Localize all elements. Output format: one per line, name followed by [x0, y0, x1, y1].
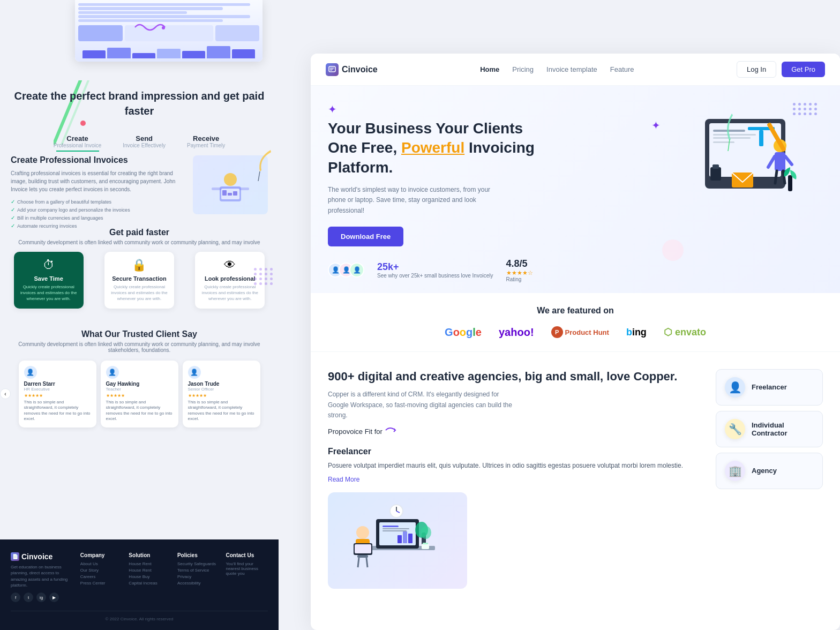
- social-fb[interactable]: f: [11, 592, 20, 602]
- svg-line-50: [358, 558, 359, 567]
- testimonial-2: 👤 Jason Trude Senior Officer ★★★★★ This …: [183, 361, 260, 428]
- left-testimonials: What Our Trusted Client Say Community de…: [0, 324, 279, 433]
- left-panel: Create the perfect brand impression and …: [0, 0, 279, 630]
- footer-security[interactable]: Security Safeguards: [177, 561, 220, 566]
- nav-link-home[interactable]: Home: [480, 65, 499, 73]
- testimonial-prev[interactable]: ‹: [0, 388, 11, 399]
- role-1: Teacher: [106, 387, 173, 392]
- save-time-icon: ⏱: [20, 258, 77, 272]
- svg-rect-44: [408, 534, 412, 543]
- feature-card-save-time: ⏱ Save Time Quickly create professional …: [14, 252, 84, 309]
- footer-privacy[interactable]: Privacy: [177, 574, 220, 579]
- footer-policies-title: Policies: [177, 552, 220, 558]
- social-yt[interactable]: ▶: [49, 592, 59, 602]
- svg-point-45: [356, 526, 369, 539]
- fit-card-contractor[interactable]: 🔧 Individual Contractor: [716, 411, 823, 447]
- footer-housebuy[interactable]: House Buy: [129, 574, 171, 579]
- right-nav: Cinvoice Home Pricing Invoice template F…: [311, 54, 840, 86]
- paid-title: Get paid faster: [11, 228, 268, 237]
- bing-logo: bing: [626, 327, 647, 338]
- svg-rect-49: [357, 555, 368, 558]
- featured-title: We are featured on: [328, 306, 823, 316]
- stat-rating-block: 4.8/5 ★★★★☆ Rating: [506, 258, 533, 282]
- check-item-1: ✓ Choose from a gallery of beautiful tem…: [11, 199, 182, 205]
- ph-icon: P: [551, 326, 563, 338]
- text-2: This is so simple and straightforward, i…: [188, 400, 255, 422]
- fit-card-freelancer[interactable]: 👤 Freelancer: [716, 369, 823, 406]
- freelancer-illustration: [328, 492, 467, 589]
- svg-rect-20: [713, 137, 751, 139]
- producthunt-logo: P Product Hunt: [551, 326, 609, 338]
- hero-title: Your Business Your Clients One Free, Pow…: [328, 119, 651, 177]
- svg-point-54: [421, 526, 431, 539]
- secure-body: Quickly create professional invoices and…: [111, 284, 168, 302]
- getpro-button[interactable]: Get Pro: [782, 62, 825, 77]
- footer-careers[interactable]: Careers: [80, 574, 123, 579]
- stars-0: ★★★★★: [24, 393, 91, 398]
- svg-line-27: [785, 156, 792, 164]
- hero-title-line1: Your Business Your Clients: [328, 120, 523, 137]
- hero-title-line2-end: Invoicing: [469, 139, 535, 156]
- stat-avatars: 👤 👤 👤: [328, 262, 364, 278]
- preview-bar-2: [78, 7, 223, 10]
- footer-policies: Policies Security Safeguards Terms of Se…: [177, 552, 220, 602]
- look-icon: 👁: [201, 258, 258, 272]
- footer-logo: 📄 Cinvoice: [11, 552, 74, 561]
- hero-badge: ✦: [328, 103, 651, 116]
- footer-copyright: © 2022 Cinvoice. All rights reserved: [11, 611, 268, 621]
- svg-rect-43: [403, 531, 407, 543]
- name-2: Jason Trude: [188, 381, 255, 387]
- svg-rect-33: [712, 164, 719, 169]
- svg-rect-32: [710, 167, 721, 181]
- feature-card-secure: 🔒 Secure Transaction Quickly create prof…: [104, 252, 174, 309]
- footer-houserent[interactable]: House Rent: [129, 561, 171, 566]
- footer-solution-title: Solution: [129, 552, 171, 558]
- download-button[interactable]: Download Free: [328, 227, 403, 246]
- stat-users-label: See why over 25k+ small business love In…: [377, 273, 493, 279]
- nav-logo-icon: [326, 63, 339, 76]
- footer-terms[interactable]: Terms of Service: [177, 568, 220, 573]
- look-title: Look professional: [201, 275, 258, 282]
- check-icon-1: ✓: [11, 199, 15, 205]
- hero-right: ✦: [662, 103, 823, 282]
- footer-houserent2[interactable]: House Rent: [129, 568, 171, 573]
- hero-dots-decoration: [793, 103, 818, 115]
- footer-capital[interactable]: Capital Increas: [129, 581, 171, 586]
- svg-line-28: [775, 171, 777, 183]
- svg-rect-39: [382, 526, 399, 527]
- footer-brand: 📄 Cinvoice Get education on business pla…: [11, 552, 74, 602]
- svg-rect-34: [788, 175, 792, 191]
- hero-illustration: [662, 103, 801, 210]
- hero-subtitle: The world's simplest way to invoice cust…: [328, 185, 499, 216]
- hero-title-line3: Platform.: [328, 159, 393, 176]
- check-icon-2: ✓: [11, 207, 15, 213]
- footer-press[interactable]: Press Center: [80, 581, 123, 586]
- svg-rect-48: [355, 544, 371, 553]
- footer-about[interactable]: About Us: [80, 561, 123, 566]
- left-features-row: ⏱ Save Time Quickly create professional …: [0, 252, 279, 309]
- footer-accessibility[interactable]: Accessibility: [177, 581, 220, 586]
- stars-2: ★★★★★: [188, 393, 255, 398]
- right-lower: 900+ digital and creative agencies, big …: [311, 352, 840, 620]
- footer-company: Company About Us Our Story Careers Press…: [80, 552, 123, 602]
- stat-users-block: 25k+ See why over 25k+ small business lo…: [377, 261, 493, 279]
- social-tw[interactable]: t: [24, 592, 33, 602]
- propovoice-fit-label: Propovoice Fit for: [328, 425, 699, 438]
- yahoo-logo: yahoo!: [499, 326, 534, 339]
- login-button[interactable]: Log In: [737, 61, 776, 78]
- svg-point-5: [224, 173, 237, 186]
- nav-link-invoice[interactable]: Invoice template: [546, 65, 597, 73]
- stat-stars: ★★★★☆: [506, 269, 533, 276]
- footer-contact-sub: You'll find your nearest business quote …: [226, 561, 268, 576]
- stars-1: ★★★★★: [106, 393, 173, 398]
- nav-link-pricing[interactable]: Pricing: [512, 65, 534, 73]
- hero-left: ✦ Your Business Your Clients One Free, P…: [328, 103, 662, 282]
- fit-card-agency[interactable]: 🏢 Agency: [716, 453, 823, 489]
- footer-story[interactable]: Our Story: [80, 568, 123, 573]
- read-more-link[interactable]: Read More: [328, 476, 359, 483]
- nav-link-feature[interactable]: Feature: [610, 65, 634, 73]
- svg-line-11: [258, 171, 260, 181]
- social-ig[interactable]: ig: [36, 592, 46, 602]
- save-time-title: Save Time: [20, 275, 77, 282]
- avatar-1: 👤: [106, 366, 119, 379]
